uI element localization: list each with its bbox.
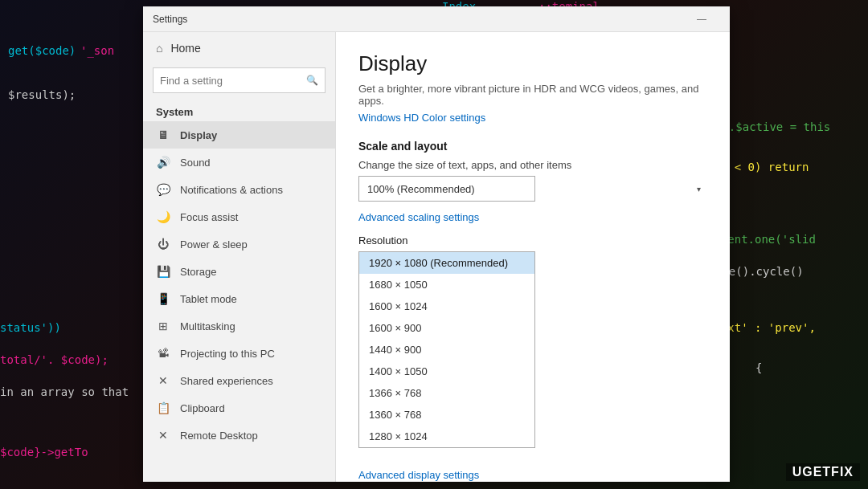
page-title: Display [358, 51, 707, 76]
home-icon: ⌂ [156, 42, 162, 55]
bottom-links: Advanced display settings Graphics setti… [358, 467, 707, 482]
sidebar-item-label-tablet: Tablet mode [180, 293, 237, 305]
window-controls: — [683, 6, 720, 32]
search-box[interactable]: 🔍 [153, 67, 326, 93]
minimize-button[interactable]: — [683, 6, 720, 32]
code-bg-line: get($code) [8, 44, 76, 57]
scale-dropdown-container: 100% (Recommended)125%150%175% ▾ [358, 176, 707, 202]
sidebar-item-shared[interactable]: ✕Shared experiences [143, 367, 335, 394]
clipboard-icon: 📋 [156, 401, 170, 414]
sidebar-item-label-clipboard: Clipboard [180, 402, 225, 414]
code-bg-line: $code}->getTo [0, 446, 88, 458]
sidebar-item-projecting[interactable]: 📽Projecting to this PC [143, 340, 335, 367]
main-content: Display Get a brighter, more vibrant pic… [336, 32, 730, 482]
watermark: UGETFIX [786, 463, 860, 481]
page-subtitle: Get a brighter, more vibrant picture in … [358, 83, 707, 107]
code-bg-line: $results); [8, 88, 76, 101]
sidebar-item-label-remote: Remote Desktop [180, 430, 258, 442]
window-title: Settings [153, 14, 187, 25]
sidebar-item-sound[interactable]: 🔊Sound [143, 149, 335, 176]
resolution-dropdown: 1920 × 1080 (Recommended)1680 × 10501600… [358, 251, 535, 448]
code-bg-line: status')) [0, 321, 61, 334]
remote-icon: ✕ [156, 429, 170, 442]
scale-dropdown[interactable]: 100% (Recommended)125%150%175% [358, 176, 535, 202]
hdr-link[interactable]: Windows HD Color settings [358, 112, 485, 124]
sidebar-item-label-projecting: Projecting to this PC [180, 348, 275, 360]
search-input[interactable] [160, 75, 306, 87]
storage-icon: 💾 [156, 265, 170, 278]
sidebar-item-focus[interactable]: 🌙Focus assist [143, 203, 335, 230]
resolution-option[interactable]: 1680 × 1050 [359, 274, 534, 295]
title-bar: Settings — [143, 6, 730, 32]
window-body: ⌂ Home 🔍 System 🖥Display🔊Sound💬Notificat… [143, 32, 730, 482]
resolution-label: Resolution [358, 234, 707, 247]
sidebar-item-label-display: Display [180, 129, 217, 141]
resolution-option[interactable]: 1440 × 900 [359, 339, 534, 361]
resolution-option[interactable]: 1366 × 768 [359, 382, 534, 404]
projecting-icon: 📽 [156, 347, 170, 360]
resolution-option[interactable]: 1280 × 1024 [359, 426, 534, 447]
power-icon: ⏻ [156, 238, 170, 251]
scale-change-label: Change the size of text, apps, and other… [358, 159, 707, 171]
code-bg-line: is.$active = this [715, 120, 830, 133]
sound-icon: 🔊 [156, 156, 170, 169]
advanced-scaling-link[interactable]: Advanced scaling settings [358, 211, 479, 223]
sidebar-item-label-focus: Focus assist [180, 211, 238, 223]
sidebar-home[interactable]: ⌂ Home [143, 32, 335, 64]
resolution-wrapper: 1920 × 1080 (Recommended)1680 × 10501600… [358, 251, 535, 448]
sidebar-item-multitasking[interactable]: ⊞Multitasking [143, 312, 335, 340]
tablet-icon: 📱 [156, 292, 170, 305]
system-label: System [143, 100, 335, 121]
code-bg-line: in an array so that [0, 385, 129, 398]
sidebar-item-storage[interactable]: 💾Storage [143, 258, 335, 285]
sidebar-item-remote[interactable]: ✕Remote Desktop [143, 422, 335, 449]
sidebar-item-clipboard[interactable]: 📋Clipboard [143, 394, 335, 422]
code-bg-line: total/'. $code); [0, 353, 108, 366]
notifications-icon: 💬 [156, 183, 170, 196]
resolution-option[interactable]: 1400 × 1050 [359, 361, 534, 382]
home-label: Home [170, 42, 200, 55]
shared-icon: ✕ [156, 374, 170, 387]
multitasking-icon: ⊞ [156, 320, 170, 332]
sidebar-item-label-sound: Sound [180, 157, 211, 169]
sidebar-item-label-shared: Shared experiences [180, 375, 273, 387]
advanced-display-link[interactable]: Advanced display settings [358, 469, 479, 481]
sidebar-item-tablet[interactable]: 📱Tablet mode [143, 285, 335, 312]
resolution-option[interactable]: 1920 × 1080 (Recommended) [359, 252, 534, 274]
sidebar-item-label-power: Power & sleep [180, 238, 248, 251]
focus-icon: 🌙 [156, 210, 170, 223]
sidebar-item-label-notifications: Notifications & actions [180, 184, 283, 196]
sidebar-item-label-storage: Storage [180, 266, 217, 278]
scale-section-title: Scale and layout [358, 140, 707, 153]
resolution-option[interactable]: 1600 × 900 [359, 317, 534, 339]
sidebar-item-power[interactable]: ⏻Power & sleep [143, 230, 335, 258]
nav-items: 🖥Display🔊Sound💬Notifications & actions🌙F… [143, 121, 335, 449]
sidebar: ⌂ Home 🔍 System 🖥Display🔊Sound💬Notificat… [143, 32, 336, 482]
resolution-option[interactable]: 1360 × 768 [359, 404, 534, 426]
code-bg-line: '_son [80, 44, 114, 57]
dropdown-arrow-icon: ▾ [697, 185, 701, 194]
code-bg-line: { [755, 361, 762, 374]
sidebar-item-display[interactable]: 🖥Display [143, 121, 335, 149]
settings-window: Settings — ⌂ Home 🔍 System 🖥Display🔊Soun… [143, 6, 730, 482]
display-icon: 🖥 [156, 128, 170, 141]
sidebar-item-label-multitasking: Multitasking [180, 320, 235, 332]
resolution-option[interactable]: 1600 × 1024 [359, 295, 534, 317]
sidebar-item-notifications[interactable]: 💬Notifications & actions [143, 176, 335, 203]
search-icon: 🔍 [306, 75, 318, 86]
